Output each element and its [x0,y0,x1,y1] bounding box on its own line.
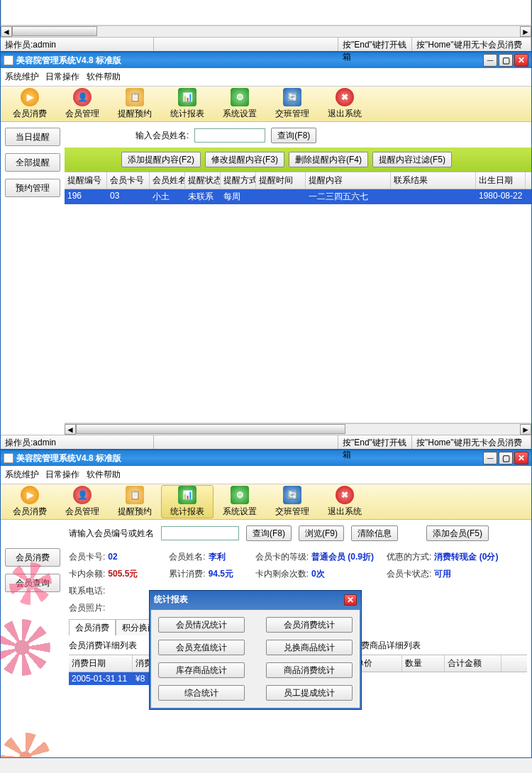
top-fragment-body [1,0,531,26]
titlebar[interactable]: 美容院管理系统V4.8 标准版 ─ ▢ ✕ [1,52,531,68]
card-status: 可用 [431,565,451,582]
stats-btn-2[interactable]: 会员充值统计 [158,640,245,655]
sb-appoint[interactable]: 预约管理 [5,179,60,197]
close-button[interactable]: ✕ [514,452,528,465]
browse-button[interactable]: 浏览(F9) [299,525,344,541]
member-input[interactable] [161,526,239,540]
menu-help[interactable]: 软件帮助 [87,72,121,82]
grid2-header: 单价 数量 合计金额 [353,655,527,672]
minimize-button[interactable]: ─ [483,452,497,465]
searchbar: 输入会员姓名: 查询(F8) [65,122,531,148]
add-remind-button[interactable]: 添加提醒内容(F2) [121,152,201,167]
stats-btn-1[interactable]: 会员消费统计 [266,617,353,633]
menu-daily[interactable]: 日常操作 [45,469,79,479]
window-title: 美容院管理系统V4.8 标准版 [16,55,121,67]
grid-body[interactable]: 19603小土未联系每周一二三四五六七1980-08-22 [65,189,531,423]
del-remind-button[interactable]: 删除提醒内容(F4) [289,152,368,167]
search-label: 输入会员姓名: [135,130,189,142]
grid-header: 提醒编号会员卡号会员姓名提醒状态提醒方式提醒时间提醒内容联系结果出生日期 [65,172,531,189]
photo-label: 会员照片: [69,599,105,616]
tab-consume[interactable]: 会员消费 [69,619,116,635]
dialog-titlebar[interactable]: 统计报表 ✕ [150,591,361,608]
scroll-left-icon[interactable]: ◄ [1,26,12,37]
total: 94.5元 [206,565,255,582]
tb-shift[interactable]: 🔄交班管理 [266,486,318,518]
query-button[interactable]: 查询(F8) [246,525,292,541]
scroll-right-icon[interactable]: ► [520,424,531,435]
chart-icon: 📊 [178,88,196,106]
menu-daily[interactable]: 日常操作 [45,72,79,82]
status-home: 按"Home"键用无卡会员消费 [412,38,531,51]
tb-stats[interactable]: 📊统计报表 [161,485,214,518]
hscroll[interactable]: ◄ ► [1,26,531,37]
status-operator: 操作员:admin [1,38,154,51]
phone-label: 联系电话: [69,582,105,599]
stats-btn-6[interactable]: 综合统计 [158,685,245,701]
person-icon: 👤 [73,486,92,504]
stats-btn-4[interactable]: 库存商品统计 [158,662,245,678]
status-end: 按"End"键打开钱箱 [338,435,412,449]
tb-member-manage[interactable]: 👤会员管理 [56,486,109,518]
member-level: 普通会员 (0.9折) [309,548,387,565]
menubar[interactable]: 系统维护 日常操作 软件帮助 [1,68,531,87]
tb-member-manage[interactable]: 👤会员管理 [56,88,109,120]
menu-system[interactable]: 系统维护 [5,72,39,82]
shift-icon: 🔄 [283,486,301,504]
tb-remind[interactable]: 📋提醒预约 [109,88,161,120]
statusbar-top: 操作员:admin 按"End"键打开钱箱 按"Home"键用无卡会员消费 [1,37,531,51]
discount: 消费转现金 (0分) [431,548,498,565]
tb-exit[interactable]: ✖退出系统 [318,88,371,120]
grid-row[interactable]: 19603小土未联系每周一二三四五六七1980-08-22 [65,189,531,204]
tb-stats[interactable]: 📊统计报表 [161,88,214,120]
titlebar[interactable]: 美容院管理系统V4.8 标准版 ─ ▢ ✕ [1,450,531,466]
exit-icon: ✖ [336,88,354,106]
balance: 505.5元 [105,565,169,582]
add-member-button[interactable]: 添加会员(F5) [426,525,489,541]
play-icon: ▶ [21,486,39,504]
tb-member-consume[interactable]: ▶会员消费 [4,486,56,518]
stats-btn-7[interactable]: 员工提成统计 [266,685,353,701]
tb-settings[interactable]: ⚙系统设置 [214,486,266,518]
sb-member-consume[interactable]: 会员消费 [5,548,60,567]
sidebar: 当日提醒 全部提醒 预约管理 [1,122,65,435]
sb-today-remind[interactable]: 当日提醒 [5,128,60,146]
dialog-close-button[interactable]: ✕ [344,594,357,606]
menubar[interactable]: 系统维护 日常操作 软件帮助 [1,466,531,484]
stats-btn-5[interactable]: 商品消费统计 [266,662,353,678]
close-button[interactable]: ✕ [514,54,528,67]
scroll-left-icon[interactable]: ◄ [65,424,76,435]
minimize-button[interactable]: ─ [483,54,497,67]
menu-help[interactable]: 软件帮助 [87,469,121,479]
tb-settings[interactable]: ⚙系统设置 [214,88,266,120]
tb-remind[interactable]: 📋提醒预约 [109,486,161,518]
search-input[interactable] [194,128,265,143]
filter-remind-button[interactable]: 提醒内容过滤(F5) [372,152,452,167]
menu-system[interactable]: 系统维护 [5,469,39,479]
play-icon: ▶ [21,88,39,106]
clear-button[interactable]: 清除信息 [351,525,398,541]
status-operator: 操作员:admin [1,435,154,449]
scroll-thumb[interactable] [12,26,97,36]
tb-shift[interactable]: 🔄交班管理 [266,88,318,120]
tb-member-consume[interactable]: ▶会员消费 [4,88,56,120]
maximize-button[interactable]: ▢ [499,452,513,465]
sb-member-query[interactable]: 会员查询 [5,574,60,592]
maximize-button[interactable]: ▢ [499,54,513,67]
stats-dialog[interactable]: 统计报表 ✕ 会员情况统计会员消费统计会员充值统计兑换商品统计库存商品统计商品消… [149,590,362,710]
tb-exit[interactable]: ✖退出系统 [318,486,371,518]
edit-remind-button[interactable]: 修改提醒内容(F3) [205,152,284,167]
status-blank [154,38,338,51]
remain: 0次 [309,565,387,582]
stats-btn-3[interactable]: 兑换商品统计 [266,640,353,655]
member-name: 李利 [206,548,255,565]
stats-btn-0[interactable]: 会员情况统计 [158,617,245,633]
scroll-right-icon[interactable]: ► [520,26,531,37]
sb-all-remind[interactable]: 全部提醒 [5,153,60,172]
query-button[interactable]: 查询(F8) [271,128,316,143]
scroll-thumb[interactable] [76,424,345,434]
gear-icon: ⚙ [231,88,249,106]
statusbar: 操作员:admin 按"End"键打开钱箱 按"Home"键用无卡会员消费 [1,435,531,449]
grid-hscroll[interactable]: ◄ ► [65,423,531,435]
sidebar: 会员消费 会员查询 [1,520,65,757]
status-home: 按"Home"键用无卡会员消费 [412,435,531,449]
